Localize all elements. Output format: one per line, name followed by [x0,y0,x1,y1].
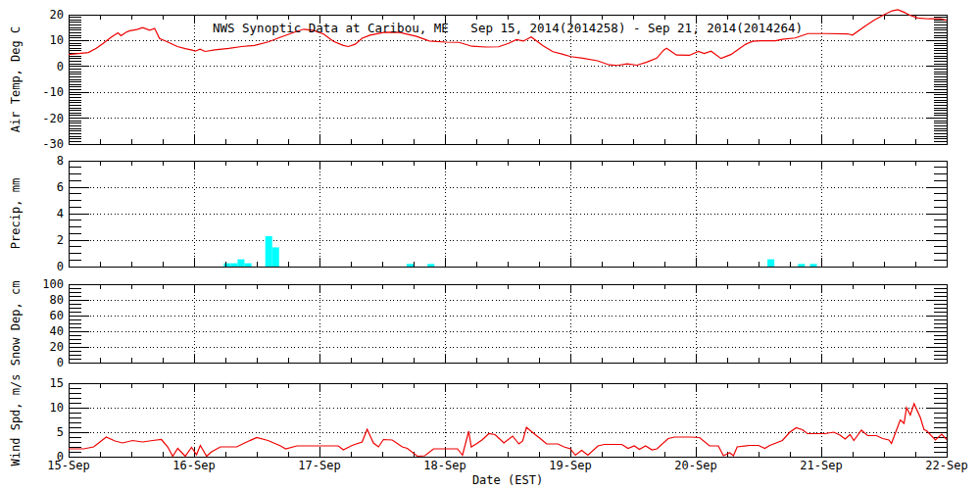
panel-air-temp: -30-20-1001020Air Temp, Deg C [9,8,947,151]
x-tick-label: 20-Sep [674,459,716,472]
snow-depth-ytick-label: 40 [50,324,64,338]
x-tick-label: 16-Sep [172,459,215,472]
air-temp-ytick-label: 20 [50,8,64,22]
weather-chart-svg: -30-20-1001020Air Temp, Deg C02468Precip… [0,0,980,490]
air-temp-ytick-label: -20 [42,112,64,125]
precip-bars [223,236,816,267]
precip-ytick-labels: 02468 [57,154,64,273]
precip-ticks [69,161,947,267]
precip-ytick-label: 2 [57,233,64,247]
air-temp-ytick-label: 10 [50,33,64,47]
air-temp-ytick-label: 0 [57,60,64,74]
precip-ytick-label: 4 [57,207,64,220]
precip-ylabel: Precip, mm [9,178,23,249]
precip-ytick-label: 6 [57,180,64,194]
x-tick-label: 18-Sep [423,459,466,472]
wind-speed-line [69,404,947,457]
snow-depth-ytick-labels: 020406080100 [42,277,64,369]
panel-precip: 02468Precip, mm [9,154,947,273]
snow-depth-ytick-label: 0 [57,356,64,369]
snow-depth-ytick-label: 20 [50,340,64,354]
air-temp-ytick-label: -10 [42,85,64,99]
precip-ytick-label: 8 [57,154,64,168]
x-axis-title: Date (EST) [472,473,543,487]
x-tick-label: 17-Sep [298,459,340,472]
snow-depth-ticks [69,284,947,363]
snow-depth-ytick-label: 60 [50,309,64,322]
precip-frame [69,161,947,267]
snow-depth-ytick-label: 100 [42,277,64,291]
x-tick-label: 21-Sep [800,459,842,472]
snow-depth-frame [69,284,947,363]
weather-meteorogram: -30-20-1001020Air Temp, Deg C02468Precip… [0,0,980,490]
wind-speed-ytick-label: 5 [57,425,64,439]
air-temp-ytick-labels: -30-20-1001020 [42,8,64,151]
x-tick-label: 22-Sep [925,459,967,472]
snow-depth-ytick-label: 80 [50,293,64,307]
snow-depth-grid [69,284,947,363]
wind-speed-ytick-labels: 051015 [50,376,64,464]
snow-depth-ylabel: Snow Dep, cm [9,281,23,367]
wind-speed-ytick-label: 10 [50,401,64,415]
wind-speed-ylabel: Wind Spd, m/s [9,374,23,466]
precip-grid [69,161,947,267]
air-temp-ylabel: Air Temp, Deg C [9,26,23,132]
x-tick-label: 15-Sep [47,459,89,472]
x-axis-labels: 15-Sep16-Sep17-Sep18-Sep19-Sep20-Sep21-S… [47,459,967,487]
panel-wind-speed: 051015Wind Spd, m/s [9,374,947,466]
x-tick-label: 19-Sep [549,459,591,472]
precip-ytick-label: 0 [57,260,64,273]
panel-snow-depth: 020406080100Snow Dep, cm [9,277,947,369]
air-temp-ytick-label: -30 [42,137,64,151]
wind-speed-ytick-label: 15 [50,376,64,390]
